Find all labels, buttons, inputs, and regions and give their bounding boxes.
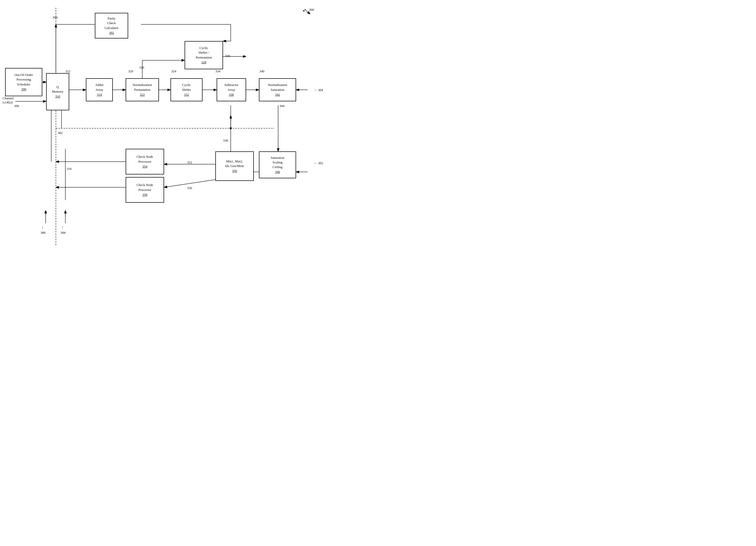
q-memory-number: 310	[55, 94, 60, 99]
sat-scaling-label: SaturationScalingCeiling	[271, 155, 284, 169]
parity-check-label: ParityCheckCalculator	[105, 16, 118, 30]
cyclic-perm-number: 328	[201, 60, 206, 65]
norm-permutation-block: NormalizationPermutation 322	[126, 78, 159, 101]
check358-label: Check NodeProcessor	[137, 183, 153, 192]
arrow-384: ↑	[62, 225, 63, 229]
sat-scaling-number: 346	[275, 170, 280, 174]
ref-334: 334	[215, 69, 220, 73]
min1-label: Min1, Min2,Idx Gen/Mem	[225, 159, 244, 168]
ref-306: 306	[14, 104, 19, 108]
parity-check-number: 392	[109, 31, 114, 35]
arrow-300: ↙	[303, 7, 306, 13]
diagram-container: 300 ↙ ParityCheckCalculator 392 394 Out-…	[0, 0, 328, 246]
ref-382: 382	[58, 131, 63, 135]
min1-number: 350	[232, 169, 237, 173]
q-memory-label: QMemory	[52, 85, 64, 94]
sub-number: 336	[229, 93, 234, 97]
ref-352: 352	[187, 160, 192, 164]
arrow-380: ↑	[42, 225, 43, 229]
min1-min2-block: Min1, Min2,Idx Gen/Mem 350	[215, 151, 254, 181]
ref-380: 380	[41, 231, 46, 235]
ref-384: 384	[61, 231, 66, 235]
ref-300: 300	[309, 8, 314, 12]
norm-perm-label: NormalizationPermutation	[133, 83, 152, 92]
svg-point-22	[230, 127, 232, 129]
ref-330: 330	[225, 54, 230, 58]
sat-scaling-block: SaturationScalingCeiling 346	[259, 151, 296, 178]
norm-sat-number: 342	[275, 93, 280, 97]
ref-344: 344	[279, 104, 285, 108]
ooo-number: 390	[21, 87, 26, 92]
check-node-354-block: Check NodeProcessor 354	[126, 149, 164, 174]
ref-338: 338	[223, 138, 228, 143]
check-node-358-block: Check NodeProcessor 358	[126, 177, 164, 203]
ref-356: 356	[187, 186, 192, 190]
cyclic-label: CyclicShifter	[182, 83, 191, 92]
sub-label: SubtractorArray	[224, 83, 238, 92]
check358-number: 358	[142, 193, 147, 197]
ref-340: 340	[259, 69, 265, 73]
ref-320: 320	[128, 69, 133, 73]
ref-304-label: ← 304	[314, 88, 323, 92]
norm-perm-number: 322	[140, 93, 145, 97]
ref-324: 324	[171, 69, 176, 73]
check354-number: 354	[142, 164, 147, 169]
channel-llr-label: ChannelLLR[a]	[3, 96, 14, 104]
adder-number: 314	[97, 93, 102, 97]
ref-316: 316	[67, 167, 72, 171]
check354-label: Check NodeProcessor	[137, 154, 153, 164]
cyclic-shifter-block: CyclicShifter 332	[170, 78, 203, 101]
ooo-label: Out-Of-OrderProcessingScheduler	[14, 73, 33, 87]
cyclic-shifter-perm-block: CyclicShifter /Permutation 328	[185, 41, 223, 69]
ref-302-label: ← 302	[314, 161, 323, 165]
subtractor-array-block: SubtractorArray 336	[217, 78, 246, 101]
ref-312: 312	[65, 69, 70, 73]
q-memory-block: QMemory 310	[46, 73, 69, 110]
ooo-scheduler-block: Out-Of-OrderProcessingScheduler 390	[5, 68, 42, 96]
ref-326: 326	[139, 65, 144, 69]
ref-394: 394	[53, 15, 58, 19]
norm-sat-block: NormalizationSaturation 342	[259, 78, 296, 101]
parity-check-calculator-block: ParityCheckCalculator 392	[95, 13, 128, 38]
norm-sat-label: NormalizationSaturation	[268, 83, 287, 92]
adder-label: AdderArray	[95, 83, 104, 92]
cyclic-number: 332	[184, 93, 189, 97]
cyclic-perm-label: CyclicShifter /Permutation	[196, 46, 212, 60]
arrows-svg	[0, 0, 328, 246]
adder-array-block: AdderArray 314	[86, 78, 113, 101]
